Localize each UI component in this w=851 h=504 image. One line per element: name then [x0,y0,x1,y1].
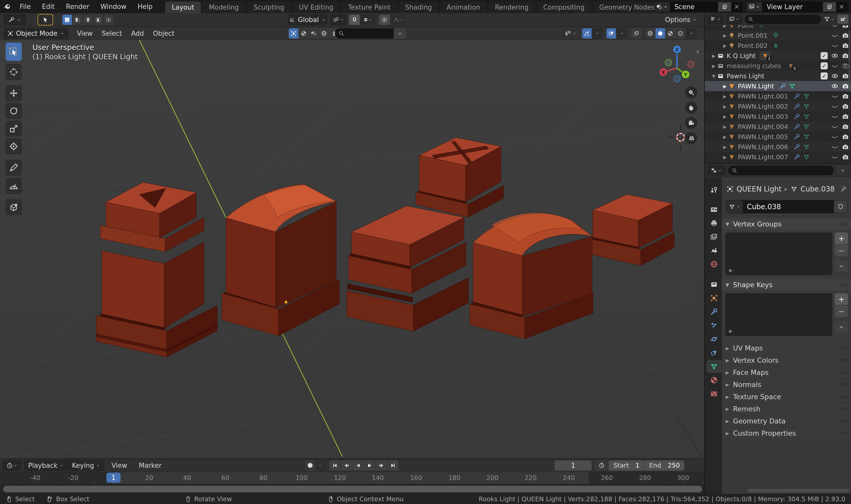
view-layer-name[interactable]: View Layer [762,3,823,11]
panel-header-uv-maps[interactable]: ▶UV Maps [722,342,851,354]
hide-icon[interactable] [831,25,838,29]
scene-object-curved-cube[interactable] [222,184,339,336]
view-layer-browse-button[interactable] [746,2,762,12]
outliner-row-light[interactable]: ▶ Point.002 [705,40,851,51]
outliner-search-input[interactable] [745,15,821,24]
hide-icon[interactable] [831,133,838,140]
panel-grip[interactable] [839,432,848,435]
item-name[interactable]: PAWN.Light [738,83,774,90]
select-mode-new[interactable] [62,15,72,25]
scene-lights-toggle[interactable] [309,29,319,38]
render-visibility-icon[interactable] [842,32,849,39]
item-name[interactable]: Point [738,25,754,29]
outliner-row-mesh[interactable]: ▶ PAWN.Light.007 [705,152,851,162]
blender-logo-icon[interactable] [0,3,14,11]
outliner-filter-dropdown[interactable] [823,16,835,22]
proportional-falloff-dropdown[interactable] [391,15,406,25]
expand-icon[interactable]: ▶ [722,84,728,89]
tab-animation[interactable]: Animation [440,1,487,13]
select-mode-intersect[interactable] [104,15,113,25]
select-mode-invert[interactable] [93,15,103,25]
item-name[interactable]: PAWN.Light.002 [738,103,788,110]
play-reverse-button[interactable] [352,461,364,471]
outliner-row-light[interactable]: ▶ Point [705,25,851,30]
outliner-editor-menu[interactable] [707,15,724,24]
play-button[interactable] [364,461,375,471]
outliner-row-mesh[interactable]: ▶ PAWN.Light.003 [705,111,851,122]
expand-icon[interactable]: ▶ [722,104,728,109]
active-tool-preview[interactable] [37,14,53,25]
tool-transform[interactable] [5,138,22,155]
item-name[interactable]: PAWN.Light.006 [738,143,788,151]
item-name[interactable]: measuring cubes [727,62,781,70]
render-visibility-icon[interactable] [842,103,849,110]
viewport-search-input[interactable] [335,29,394,38]
gizmo-x-label[interactable]: X [662,70,665,75]
item-name[interactable]: PAWN.Light.001 [738,93,788,100]
expand-icon[interactable]: ▶ [722,134,728,140]
use-preview-range-toggle[interactable] [595,461,608,471]
expand-icon[interactable]: ▶ [722,155,728,160]
tab-tool[interactable] [706,184,722,197]
timeline-marker-menu[interactable]: Marker [134,462,166,469]
tool-settings-editor-menu[interactable] [3,15,26,25]
frame-start-field[interactable]: Start1 [609,461,644,471]
mode-selector[interactable]: Object Mode [3,28,68,39]
timeline-ruler[interactable]: -40 -20 20 40 60 80 100 120 140 160 180 … [0,472,704,484]
auto-keying-dropdown[interactable] [315,461,325,471]
list-filter-expand-icon[interactable]: ▶ [729,328,732,334]
hide-icon[interactable] [831,52,838,59]
tab-modifiers[interactable] [706,305,722,318]
outliner-row-mesh[interactable]: ▶ PAWN.Light.004 [705,122,851,132]
properties-search-input[interactable] [728,166,834,175]
outliner-row-mesh[interactable]: ▶ PAWN.Light.006 [705,142,851,152]
outliner-row-mesh[interactable]: ▶ PAWN.Light.001 [705,91,851,101]
overlays-dropdown[interactable] [616,29,627,38]
list-resize-grip[interactable] [775,269,783,272]
item-name[interactable]: PAWN.Light.007 [738,154,788,161]
timeline-view-menu[interactable]: View [107,462,132,469]
scene-name[interactable]: Scene [670,3,718,11]
vertex-group-add-button[interactable]: + [835,233,848,244]
panel-header-vertex-colors[interactable]: ▶Vertex Colors [722,354,851,366]
keying-menu[interactable]: Keying [68,461,104,471]
menu-add[interactable]: Add [127,30,148,37]
tool-select-box[interactable] [5,42,22,61]
tab-world[interactable] [706,258,722,270]
item-name[interactable]: K Q Light [727,52,756,59]
breadcrumb-object[interactable]: QUEEN Light [737,185,782,193]
properties-editor-menu[interactable] [707,165,725,176]
outliner-row-collection[interactable]: ▶ measuring cubes 9 ✓ [705,61,851,71]
expand-icon[interactable]: ▶ [722,33,728,38]
scene-new-button[interactable] [718,2,731,12]
hide-icon[interactable] [831,93,838,100]
expand-icon[interactable]: ▶ [722,114,728,119]
tool-cursor[interactable] [5,64,22,80]
tool-rotate[interactable] [5,103,22,119]
hide-icon[interactable] [831,123,838,130]
filter-objects-toggle[interactable] [289,29,298,38]
item-name[interactable]: Point.001 [738,32,768,39]
exclude-checkbox[interactable]: ✓ [820,52,828,59]
select-mode-subtract[interactable] [83,15,93,25]
list-resize-grip[interactable] [775,329,783,333]
transform-orientation-dropdown[interactable]: Global [288,15,327,25]
tab-geometry-nodes[interactable]: Geometry Nodes [593,1,661,13]
tab-layout[interactable]: Layout [165,1,201,13]
render-disabled-icon[interactable] [842,62,849,69]
pin-icon[interactable] [840,185,847,193]
expand-icon[interactable]: ▶ [722,25,728,28]
viewport-search-options-dropdown[interactable] [394,29,406,38]
properties-hscrollbar[interactable] [748,489,849,492]
render-visibility-icon[interactable] [842,72,849,79]
viewport-3d[interactable]: User Perspective (1) Rooks Light | QUEEN… [0,40,704,458]
exclude-checkbox[interactable]: ✓ [820,72,828,79]
playhead[interactable]: 1 [106,473,121,483]
panel-header-custom-properties[interactable]: ▶Custom Properties [722,427,851,439]
expand-icon[interactable]: ▶ [722,43,728,48]
view-layer-new-button[interactable] [823,2,836,12]
vertex-group-specials-dropdown[interactable] [835,260,848,272]
outliner-row-light[interactable]: ▶ Point.001 [705,30,851,40]
timeline-editor-menu[interactable] [2,461,21,471]
menu-file[interactable]: File [14,0,36,13]
